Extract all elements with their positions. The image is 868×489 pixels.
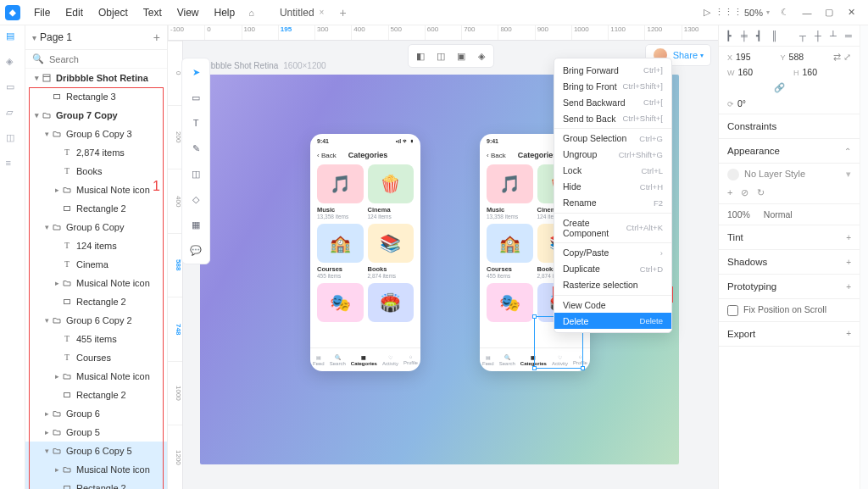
blend-mode[interactable]: Normal bbox=[764, 209, 793, 219]
component-tool[interactable]: ◇ bbox=[187, 191, 204, 208]
component-icon[interactable]: ◈ bbox=[472, 47, 491, 64]
prop-h[interactable]: 160 bbox=[803, 67, 818, 77]
layer-row[interactable]: ▸Musical Note icon bbox=[25, 274, 167, 292]
grid-icon[interactable]: ⋮⋮⋮ bbox=[722, 6, 736, 19]
refresh-style-icon[interactable]: ↻ bbox=[757, 187, 765, 198]
page-selector[interactable]: ▾ Page 1 + bbox=[25, 25, 167, 50]
opacity-value[interactable]: 100% bbox=[727, 209, 750, 219]
image-tool[interactable]: ◫ bbox=[187, 165, 204, 182]
ctx-item[interactable]: Copy/Paste› bbox=[554, 242, 671, 261]
menu-help[interactable]: Help bbox=[208, 3, 242, 22]
tint-section[interactable]: Tint+ bbox=[719, 225, 860, 250]
swap-icon[interactable]: ⇄ bbox=[833, 52, 841, 62]
layer-row[interactable]: ▾Group 6 Copy 5 bbox=[25, 442, 167, 460]
group-icon[interactable]: ◫ bbox=[431, 47, 450, 64]
layer-row[interactable]: Rectangle 2 bbox=[25, 386, 167, 404]
ctx-item[interactable]: DuplicateCtrl+D bbox=[554, 261, 671, 277]
ctx-item[interactable]: Send to BackCtrl+Shift+[ bbox=[554, 110, 671, 126]
menu-text[interactable]: Text bbox=[136, 3, 169, 22]
prop-x[interactable]: 195 bbox=[736, 52, 751, 62]
layer-row[interactable]: Rectangle 2 bbox=[25, 479, 167, 489]
prop-w[interactable]: 160 bbox=[738, 67, 754, 77]
ctx-item[interactable]: UngroupCtrl+Shift+G bbox=[554, 147, 671, 163]
styles-rail-icon[interactable]: ◫ bbox=[6, 132, 19, 146]
detach-style-icon[interactable]: ⊘ bbox=[741, 187, 748, 198]
mask-icon[interactable]: ▣ bbox=[452, 47, 470, 64]
layer-tree[interactable]: 1 ▾Dribbble Shot RetinaRectangle 3▾Group… bbox=[25, 69, 167, 489]
layerstyle-swatch[interactable] bbox=[727, 169, 739, 181]
layer-row[interactable]: T2,874 items bbox=[25, 143, 167, 162]
add-tab-button[interactable]: + bbox=[332, 3, 353, 23]
ctx-item[interactable]: HideCtrl+H bbox=[554, 179, 671, 195]
maximize-icon[interactable]: ▢ bbox=[822, 6, 836, 19]
fix-position-checkbox[interactable]: Fix Position on Scroll bbox=[727, 304, 826, 314]
layer-row[interactable]: ▸Musical Note icon bbox=[25, 460, 167, 479]
right-scrollbar[interactable] bbox=[860, 25, 868, 489]
expand-icon[interactable]: ⤢ bbox=[843, 52, 851, 62]
ctx-item[interactable]: LockCtrl+L bbox=[554, 163, 671, 179]
layer-row[interactable]: ▾Group 7 Copy bbox=[25, 106, 167, 125]
ctx-item[interactable]: RenameF2 bbox=[554, 195, 671, 211]
layer-row[interactable]: ▸Group 6 bbox=[25, 404, 167, 423]
ctx-item[interactable]: Bring ForwardCtrl+] bbox=[554, 62, 671, 78]
comment-tool[interactable]: 💬 bbox=[187, 242, 204, 258]
images-rail-icon[interactable]: ▱ bbox=[6, 107, 19, 120]
layer-row[interactable]: Rectangle 2 bbox=[25, 199, 167, 218]
zoom-control[interactable]: 50% ▾ bbox=[744, 8, 770, 18]
ctx-item[interactable]: DeleteDelete bbox=[554, 313, 671, 329]
layer-row[interactable]: ▸Musical Note icon bbox=[25, 181, 167, 199]
ctx-item[interactable]: View Code bbox=[554, 295, 671, 314]
align-left-icon[interactable]: ┣ bbox=[726, 31, 733, 41]
darkmode-icon[interactable]: ☾ bbox=[778, 6, 792, 19]
share-button[interactable]: Share ▾ bbox=[673, 50, 704, 60]
document-tab[interactable]: Untitled× bbox=[271, 3, 333, 22]
boolean-icon[interactable]: ◧ bbox=[411, 47, 430, 64]
misc-rail-icon[interactable]: ≡ bbox=[6, 158, 19, 171]
align-top-icon[interactable]: ┬ bbox=[799, 31, 807, 41]
shadows-section[interactable]: Shadows+ bbox=[719, 250, 860, 275]
frame-tool[interactable]: ▭ bbox=[187, 89, 204, 106]
layer-row[interactable]: T124 items bbox=[25, 236, 167, 255]
prop-rotation[interactable]: 0° bbox=[737, 98, 746, 108]
add-page-button[interactable]: + bbox=[153, 31, 160, 44]
layer-row[interactable]: T455 items bbox=[25, 330, 167, 348]
layer-search-input[interactable] bbox=[49, 54, 166, 64]
layer-row[interactable]: Rectangle 3 bbox=[25, 87, 167, 106]
layer-row[interactable]: TCinema bbox=[25, 255, 167, 274]
pen-tool[interactable]: ✎ bbox=[187, 140, 204, 157]
minimize-icon[interactable]: — bbox=[800, 6, 814, 19]
menu-view[interactable]: View bbox=[170, 3, 206, 22]
home-icon[interactable]: ⌂ bbox=[243, 4, 259, 21]
ctx-item[interactable]: Send BackwardCtrl+[ bbox=[554, 94, 671, 110]
close-window-icon[interactable]: ✕ bbox=[844, 6, 858, 19]
align-bottom-icon[interactable]: ┴ bbox=[830, 31, 837, 41]
app-logo[interactable]: ◆ bbox=[5, 5, 20, 20]
layer-row[interactable]: TCourses bbox=[25, 348, 167, 367]
select-tool[interactable]: ➤ bbox=[187, 64, 204, 81]
layerstyle-label[interactable]: No Layer Style bbox=[744, 169, 805, 179]
export-section[interactable]: Export+ bbox=[719, 322, 860, 347]
lock-ratio-icon[interactable]: 🔗 bbox=[774, 82, 785, 92]
distribute-v-icon[interactable]: ═ bbox=[845, 31, 853, 41]
layer-row[interactable]: ▾Group 6 Copy 2 bbox=[25, 311, 167, 330]
play-icon[interactable]: ▷ bbox=[700, 6, 714, 19]
artboard-label[interactable]: Dribbble Shot Retina1600×1200 bbox=[200, 61, 326, 70]
menu-file[interactable]: File bbox=[27, 3, 57, 22]
appearance-section[interactable]: Appearance⌃ bbox=[719, 139, 860, 164]
text-tool[interactable]: T bbox=[187, 114, 204, 131]
phone-mock-1[interactable]: 9:41•ıl ᯤ ▮ ‹ BackCategories 🎵Music13,35… bbox=[310, 134, 420, 371]
constraints-section[interactable]: Constraints bbox=[719, 114, 860, 139]
menu-object[interactable]: Object bbox=[92, 3, 135, 22]
menu-edit[interactable]: Edit bbox=[58, 3, 90, 22]
layer-row[interactable]: ▸Musical Note icon bbox=[25, 367, 167, 386]
align-right-icon[interactable]: ┫ bbox=[756, 31, 764, 41]
ctx-item[interactable]: Group SelectionCtrl+G bbox=[554, 128, 671, 147]
prop-y[interactable]: 588 bbox=[789, 52, 804, 62]
components-rail-icon[interactable]: ◈ bbox=[6, 56, 19, 69]
align-vcenter-icon[interactable]: ┼ bbox=[815, 31, 822, 41]
layer-row[interactable]: ▸Group 5 bbox=[25, 423, 167, 442]
assets-rail-icon[interactable]: ▭ bbox=[6, 81, 19, 95]
ctx-item[interactable]: Rasterize selection bbox=[554, 277, 671, 293]
ctx-item[interactable]: Create ComponentCtrl+Alt+K bbox=[554, 213, 671, 242]
layer-row[interactable]: ▾Group 6 Copy bbox=[25, 218, 167, 236]
